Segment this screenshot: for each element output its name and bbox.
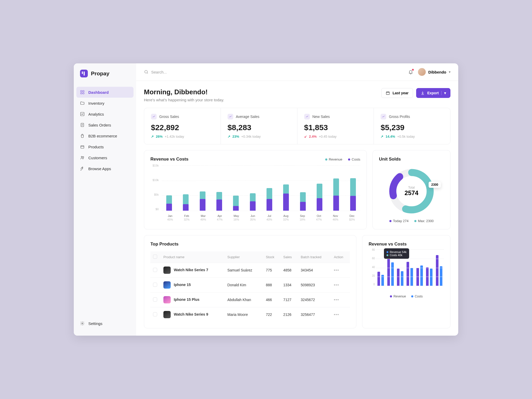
card-title: Unit Solds (379, 157, 444, 162)
bag-icon (80, 134, 85, 138)
bar[interactable] (212, 166, 227, 211)
cell-supplier: Samuel Suárez (225, 263, 263, 278)
sidebar-item-customers[interactable]: Customers (76, 152, 134, 163)
cell-stock: 888 (263, 278, 281, 292)
top-products-card: Top Products Product nameSupplierStockSa… (144, 235, 356, 328)
svg-rect-2 (81, 93, 82, 94)
revenue-costs-card: Revenue vs Costs Revenue Costs $15k$10k$… (144, 150, 367, 229)
y-tick: $0 (150, 208, 161, 211)
stat-value: $5,239 (381, 123, 443, 132)
y-tick: 20 (369, 274, 375, 277)
checkbox[interactable] (153, 297, 157, 302)
legend-dot-icon (389, 220, 391, 222)
brand-logo[interactable]: Propay (74, 70, 136, 85)
product-name: Iphone 15 (174, 283, 191, 287)
search-placeholder: Search... (151, 70, 167, 74)
search-input[interactable]: Search... (144, 70, 403, 74)
cell-supplier: Maria Moore (225, 307, 263, 322)
product-name: Iphone 15 Plus (174, 297, 200, 302)
cell-stock: 775 (263, 263, 281, 278)
row-actions-button[interactable]: ••• (334, 283, 339, 287)
notifications-button[interactable] (408, 69, 413, 75)
checkbox[interactable] (153, 268, 157, 272)
sidebar-item-dashboard[interactable]: Dashboard (76, 87, 134, 98)
bar[interactable] (195, 166, 210, 211)
table-row[interactable]: Iphone 15 Donald Kim 888 1334 5098923 ••… (150, 278, 350, 292)
user-menu[interactable]: Dibbendo ▾ (418, 68, 450, 76)
bar[interactable] (296, 166, 310, 211)
legend-dot-revenue-icon (325, 158, 327, 161)
notification-dot-icon (412, 69, 414, 71)
app-frame: Propay Dashboard Inventory Analytics Sal… (74, 63, 458, 336)
chevron-down-icon: ▾ (449, 70, 450, 74)
row-actions-button[interactable]: ••• (334, 268, 339, 272)
trend-up-icon: ↗ (151, 135, 154, 138)
stat-percent: 23% (232, 135, 239, 138)
table-row[interactable]: Iphone 15 Plus Abdullah Khan 466 7127 32… (150, 292, 350, 307)
card-title: Top Products (150, 242, 350, 247)
brand-name: Propay (91, 70, 109, 77)
stat-card: Gross Sales $22,892 ↗ 26% +1.42k today (144, 108, 221, 144)
stat-label: Gross Sales (159, 115, 179, 119)
sidebar-item-label: Dashboard (88, 90, 109, 95)
checkbox[interactable] (153, 255, 157, 259)
stat-delta: +0.45 today (319, 135, 336, 138)
stat-delta: +0.34k today (241, 135, 261, 138)
topbar: Search... Dibbendo ▾ (136, 63, 458, 81)
y-tick: 60 (369, 257, 375, 260)
bar[interactable] (229, 166, 243, 211)
svg-point-10 (82, 323, 83, 324)
table-header: Stock (263, 251, 281, 263)
bar[interactable] (312, 166, 327, 211)
table-row[interactable]: Watch Nike Series 7 Samuel Suárez 775 48… (150, 263, 350, 278)
sidebar-item-settings[interactable]: Settings (74, 317, 136, 329)
sidebar-item-browse-apps[interactable]: Browse Apps (76, 163, 134, 174)
export-button[interactable]: Export ▾ (416, 88, 450, 98)
sidebar-item-label: B2B ecommerce (88, 134, 117, 138)
bar[interactable] (178, 166, 193, 211)
table-row[interactable]: Watch Nike Series 9 Maria Moore 722 2126… (150, 307, 350, 322)
chart-legend: Revenue Costs (325, 157, 360, 161)
svg-rect-1 (83, 90, 84, 92)
svg-rect-6 (81, 146, 84, 149)
checkbox[interactable] (153, 312, 157, 316)
bar[interactable] (329, 166, 343, 211)
bar[interactable] (346, 166, 360, 211)
checkbox[interactable] (153, 283, 157, 287)
trend-up-icon: ↗ (381, 135, 383, 138)
stat-card: Gross Profits $5,239 ↗ 14.4% +0.5k today (374, 108, 450, 144)
sidebar-item-products[interactable]: Products (76, 141, 134, 152)
product-thumb (163, 296, 171, 303)
svg-point-7 (81, 156, 83, 158)
period-select[interactable]: Last year (381, 88, 413, 98)
legend-dot-icon (411, 295, 413, 297)
users-icon (80, 155, 85, 160)
svg-rect-12 (386, 92, 389, 95)
row-actions-button[interactable]: ••• (334, 298, 339, 302)
table-header: Supplier (225, 251, 263, 263)
bar[interactable] (279, 166, 293, 211)
bar[interactable] (162, 166, 176, 211)
bar[interactable] (262, 166, 277, 211)
cell-batch: 3256477 (298, 307, 331, 322)
stats-row: Gross Sales $22,892 ↗ 26% +1.42k today A… (144, 108, 450, 144)
bar[interactable] (245, 166, 260, 211)
chevron-down-icon: ▾ (444, 91, 446, 95)
sidebar-item-label: Sales Orders (88, 123, 111, 127)
y-tick: $10k (150, 178, 161, 182)
sidebar-item-analytics[interactable]: Analytics (76, 109, 134, 119)
sidebar-item-b2b[interactable]: B2B ecommerce (76, 130, 134, 141)
receipt-icon (80, 123, 85, 127)
x-tick: May16% (228, 214, 245, 221)
stat-label: New Sales (312, 115, 330, 119)
stat-icon (304, 114, 310, 119)
x-tick: Jun35% (244, 214, 261, 221)
stat-value: $22,892 (151, 123, 214, 132)
row-actions-button[interactable]: ••• (334, 312, 339, 317)
content: Morning, Dibbendo! Here's what's happeni… (136, 81, 458, 336)
sidebar-item-inventory[interactable]: Inventory (76, 98, 134, 109)
product-thumb (163, 267, 171, 274)
unit-solds-card: Unit Solds Total 2574 2300 (373, 150, 450, 229)
sidebar-item-sales-orders[interactable]: Sales Orders (76, 119, 134, 130)
donut-badge: 2300 (429, 182, 441, 188)
